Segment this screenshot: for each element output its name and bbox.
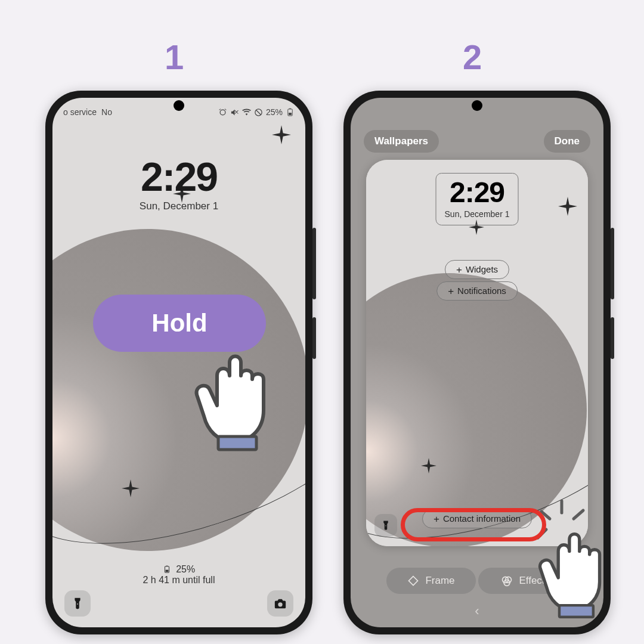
flashlight-icon: [71, 597, 84, 610]
color-filter-icon: [501, 575, 513, 587]
svg-rect-3: [289, 113, 292, 115]
camera-icon: [274, 597, 287, 610]
wifi-icon: [242, 108, 251, 117]
plus-icon: +: [456, 264, 462, 275]
do-not-disturb-icon: [254, 108, 263, 117]
status-no: No: [101, 107, 112, 117]
add-widgets-label: Widgets: [466, 264, 498, 274]
volume-button: [312, 228, 316, 299]
volume-button: [611, 228, 614, 299]
wallpapers-button[interactable]: Wallpapers: [364, 130, 439, 153]
camera-hole: [472, 100, 482, 111]
battery-icon: [286, 108, 295, 117]
lockscreen-preview[interactable]: 2:29 Sun, December 1 +Widgets +Notificat…: [366, 160, 588, 546]
svg-rect-8: [218, 436, 256, 450]
svg-line-13: [541, 512, 550, 519]
svg-rect-16: [559, 605, 593, 617]
sparkle-icon: [272, 125, 291, 144]
clock-block: 2:29 Sun, December 1: [52, 156, 305, 212]
svg-rect-4: [289, 108, 291, 109]
hold-label: Hold: [151, 309, 207, 338]
step-number-2: 2: [463, 37, 482, 77]
done-button[interactable]: Done: [544, 130, 591, 153]
svg-line-15: [574, 510, 583, 519]
plus-icon: +: [448, 286, 454, 297]
add-widgets-button[interactable]: +Widgets: [445, 260, 509, 279]
sparkle-icon: [421, 458, 436, 473]
tap-burst-icon: [535, 495, 589, 543]
camera-hole: [174, 100, 184, 111]
status-service: o service: [63, 107, 97, 117]
hand-pointer-icon: [186, 340, 293, 459]
chevron-left-icon[interactable]: ‹: [475, 603, 479, 619]
frame-shape-icon: [407, 575, 419, 587]
frame-button[interactable]: Frame: [386, 568, 476, 594]
sparkle-icon: [122, 479, 140, 497]
clock-time: 2:29: [141, 156, 217, 197]
clock-widget-frame[interactable]: 2:29 Sun, December 1: [436, 173, 519, 225]
clock-date: Sun, December 1: [140, 200, 218, 212]
status-battery-text: 25%: [266, 107, 283, 117]
frame-label: Frame: [425, 575, 454, 587]
flashlight-shortcut[interactable]: [64, 590, 91, 617]
plus-icon: +: [434, 513, 439, 525]
add-notifications-label: Notifications: [457, 286, 506, 296]
step-number-1: 1: [165, 37, 184, 77]
battery-icon: [163, 565, 171, 574]
svg-line-12: [538, 530, 546, 538]
add-contact-info-button[interactable]: +Contact information: [422, 509, 532, 528]
mute-icon: [230, 108, 239, 117]
camera-shortcut[interactable]: [267, 590, 293, 617]
svg-rect-7: [166, 566, 168, 566]
alarm-icon: [218, 108, 227, 117]
clock-time: 2:29: [445, 178, 510, 207]
clock-date: Sun, December 1: [445, 209, 510, 219]
svg-rect-6: [165, 570, 168, 572]
add-contact-label: Contact information: [443, 513, 521, 524]
battery-time-until-full: 2 h 41 m until full: [52, 575, 305, 586]
add-notifications-button[interactable]: +Notifications: [436, 281, 518, 301]
svg-line-1: [256, 110, 261, 114]
battery-percent: 25%: [176, 564, 195, 574]
sparkle-icon: [558, 197, 577, 216]
battery-info: 25% 2 h 41 m until full: [52, 564, 305, 586]
flashlight-shortcut[interactable]: [374, 514, 397, 537]
power-button: [312, 317, 316, 359]
flashlight-icon: [380, 520, 391, 531]
power-button: [611, 317, 614, 359]
